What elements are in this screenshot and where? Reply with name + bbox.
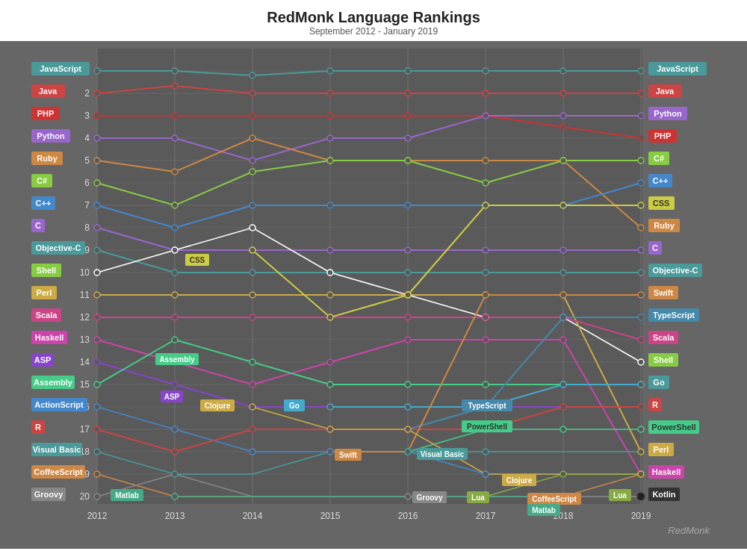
svg-point-160 xyxy=(560,337,566,343)
svg-point-164 xyxy=(249,359,255,365)
svg-point-59 xyxy=(172,68,178,74)
svg-point-62 xyxy=(405,68,411,74)
svg-point-100 xyxy=(249,169,255,175)
svg-text:Matlab: Matlab xyxy=(115,491,139,500)
svg-point-156 xyxy=(249,382,255,388)
svg-point-86 xyxy=(405,135,411,141)
svg-text:C#: C# xyxy=(654,154,664,163)
svg-text:PowerShell: PowerShell xyxy=(467,423,507,431)
svg-text:RedMonk: RedMonk xyxy=(668,525,710,536)
svg-text:Matlab: Matlab xyxy=(532,506,556,514)
main-svg: 1 2 3 4 5 6 7 8 9 10 11 12 13 14 15 16 1… xyxy=(0,41,747,549)
svg-point-157 xyxy=(327,359,333,365)
svg-point-91 xyxy=(172,169,178,175)
svg-point-190 xyxy=(638,314,644,320)
svg-point-70 xyxy=(405,90,411,96)
svg-point-174 xyxy=(172,449,178,455)
chart-container: RedMonk Language Rankings September 2012… xyxy=(0,0,747,560)
svg-point-206 xyxy=(94,471,100,477)
svg-text:Go: Go xyxy=(653,378,665,387)
svg-text:15: 15 xyxy=(80,379,90,390)
svg-point-153 xyxy=(638,337,644,343)
svg-text:Groovy: Groovy xyxy=(416,494,442,502)
svg-point-181 xyxy=(249,247,255,253)
svg-text:C#: C# xyxy=(37,176,47,185)
svg-point-145 xyxy=(638,449,644,455)
svg-point-73 xyxy=(638,90,644,96)
svg-point-170 xyxy=(94,359,100,365)
svg-point-84 xyxy=(249,158,255,164)
svg-point-102 xyxy=(405,158,411,164)
svg-point-77 xyxy=(327,113,333,119)
svg-point-81 xyxy=(638,135,644,141)
svg-point-209 xyxy=(94,494,100,500)
svg-text:13: 13 xyxy=(80,335,90,345)
svg-text:2017: 2017 xyxy=(476,511,496,521)
svg-point-127 xyxy=(483,270,489,276)
svg-point-97 xyxy=(638,225,644,231)
svg-point-195 xyxy=(638,292,644,298)
svg-point-132 xyxy=(249,225,255,231)
svg-point-151 xyxy=(483,314,489,320)
svg-point-184 xyxy=(483,202,489,208)
svg-point-103 xyxy=(483,180,489,186)
svg-point-228 xyxy=(483,471,489,477)
svg-point-75 xyxy=(172,113,178,119)
svg-point-109 xyxy=(327,202,333,208)
svg-point-223 xyxy=(94,404,100,410)
svg-point-98 xyxy=(94,180,100,186)
svg-point-159 xyxy=(483,337,489,343)
svg-point-162 xyxy=(94,382,100,388)
svg-point-146 xyxy=(94,314,100,320)
svg-text:C++: C++ xyxy=(36,199,52,208)
svg-text:Lua: Lua xyxy=(471,494,485,502)
svg-text:Visual Basic: Visual Basic xyxy=(421,450,465,458)
chart-area: 1 2 3 4 5 6 7 8 9 10 11 12 13 14 15 16 1… xyxy=(0,41,747,549)
svg-point-196 xyxy=(327,404,333,410)
svg-text:C: C xyxy=(652,243,658,252)
svg-point-137 xyxy=(638,359,644,365)
svg-point-95 xyxy=(483,158,489,164)
svg-text:PowerShell: PowerShell xyxy=(651,423,695,432)
svg-point-163 xyxy=(172,337,178,343)
svg-text:Python: Python xyxy=(37,131,65,140)
svg-text:12: 12 xyxy=(80,312,90,323)
svg-point-119 xyxy=(483,247,489,253)
svg-text:Shell: Shell xyxy=(37,266,56,275)
svg-point-88 xyxy=(560,113,566,119)
svg-text:JavaScript: JavaScript xyxy=(657,64,698,73)
svg-text:6: 6 xyxy=(84,178,90,188)
svg-point-139 xyxy=(172,292,178,298)
svg-point-220 xyxy=(172,494,178,500)
svg-text:CSS: CSS xyxy=(653,199,670,208)
svg-point-63 xyxy=(483,68,489,74)
svg-point-140 xyxy=(249,292,255,298)
svg-point-129 xyxy=(638,270,644,276)
svg-point-225 xyxy=(249,449,255,455)
svg-point-118 xyxy=(405,247,411,253)
svg-point-120 xyxy=(560,247,566,253)
svg-point-179 xyxy=(560,404,566,410)
svg-point-173 xyxy=(94,426,100,432)
svg-point-130 xyxy=(94,270,100,276)
svg-point-201 xyxy=(637,493,645,500)
svg-text:Objective-C: Objective-C xyxy=(35,243,81,252)
svg-text:3: 3 xyxy=(84,111,90,121)
svg-point-72 xyxy=(560,90,566,96)
svg-point-83 xyxy=(172,135,178,141)
svg-point-105 xyxy=(638,158,644,164)
svg-point-80 xyxy=(560,124,566,130)
svg-text:14: 14 xyxy=(80,357,90,367)
svg-text:TypeScript: TypeScript xyxy=(653,311,695,320)
svg-text:Haskell: Haskell xyxy=(652,467,681,476)
svg-text:5: 5 xyxy=(84,155,90,166)
svg-point-92 xyxy=(249,135,255,141)
svg-point-123 xyxy=(172,270,178,276)
svg-point-226 xyxy=(327,449,333,455)
svg-text:10: 10 xyxy=(80,267,90,278)
chart-title: RedMonk Language Rankings xyxy=(0,0,747,26)
svg-point-110 xyxy=(405,202,411,208)
svg-text:7: 7 xyxy=(84,200,90,211)
svg-text:ActionScript: ActionScript xyxy=(34,400,84,409)
svg-point-204 xyxy=(560,426,566,432)
